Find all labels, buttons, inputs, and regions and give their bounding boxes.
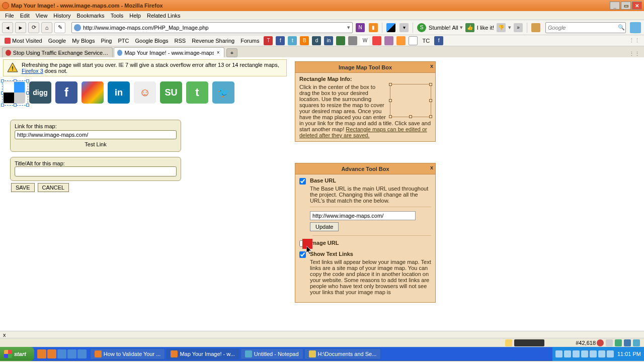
image-map-toolbox[interactable]: Image Map Tool Box x Rectangle Map Info:… bbox=[295, 61, 436, 142]
dropdown-icon[interactable]: ▾ bbox=[347, 24, 350, 31]
bm-icon-7[interactable] bbox=[348, 36, 357, 45]
thumbs-down-icon[interactable]: 👎 bbox=[497, 23, 506, 32]
tab-2-close[interactable]: × bbox=[216, 50, 221, 56]
bm-icon-w[interactable]: W bbox=[360, 36, 369, 45]
page-status-close[interactable]: x bbox=[3, 332, 6, 338]
colorpicker-button[interactable]: ✎ bbox=[54, 22, 65, 33]
save-button[interactable]: SAVE bbox=[11, 183, 35, 192]
ql-4[interactable] bbox=[67, 349, 76, 358]
stumble-all[interactable]: All bbox=[452, 25, 458, 31]
bm-icon-fb2[interactable]: f bbox=[434, 36, 443, 45]
bm-icon-1[interactable]: T bbox=[264, 36, 273, 45]
ql-3[interactable] bbox=[57, 349, 66, 358]
ql-5[interactable] bbox=[77, 349, 87, 358]
stumble-more-icon[interactable]: » bbox=[514, 23, 523, 32]
bm-icon-10[interactable] bbox=[396, 36, 406, 45]
menu-view[interactable]: View bbox=[33, 13, 51, 19]
status-icon-2[interactable] bbox=[514, 339, 544, 346]
ql-1[interactable] bbox=[37, 349, 46, 358]
status-icon-5[interactable] bbox=[615, 339, 622, 346]
maximize-button[interactable]: ▭ bbox=[621, 2, 631, 10]
tray-icon-7[interactable] bbox=[607, 350, 614, 357]
icon-twitter[interactable]: 🐦 bbox=[212, 81, 234, 104]
close-button[interactable]: ✕ bbox=[632, 2, 642, 10]
search-box[interactable]: 🔍 bbox=[545, 22, 626, 33]
menu-help[interactable]: Help bbox=[126, 13, 144, 19]
minimize-button[interactable]: _ bbox=[610, 2, 620, 10]
icon-buzz[interactable] bbox=[82, 81, 104, 104]
status-icon-1[interactable] bbox=[505, 339, 512, 346]
menu-related-links[interactable]: Related Links bbox=[144, 13, 184, 19]
icon-stumbleupon[interactable]: SU bbox=[160, 81, 182, 104]
tray-icon-1[interactable] bbox=[555, 350, 562, 357]
bookmark-my-blogs[interactable]: My Blogs bbox=[69, 37, 97, 44]
search-go-icon[interactable]: 🔍 bbox=[618, 24, 625, 31]
bm-icon-11[interactable] bbox=[409, 36, 418, 45]
thumbs-up-icon[interactable]: 👍 bbox=[465, 23, 474, 32]
menu-tools[interactable]: Tools bbox=[108, 13, 127, 19]
url-bar[interactable]: ▾ bbox=[71, 22, 353, 33]
link-input[interactable] bbox=[15, 130, 177, 139]
task-firefox-2[interactable]: Map Your Image! - w... bbox=[166, 348, 239, 359]
bookmark-ping[interactable]: Ping bbox=[98, 37, 114, 44]
bm-icon-9[interactable] bbox=[384, 36, 393, 45]
stumble-label[interactable]: Stumble! bbox=[429, 25, 450, 31]
bookmarks-overflow-icon[interactable]: ⋮⋮ bbox=[627, 37, 642, 44]
tab-1[interactable]: Stop Using Traffic Exchange Services | E… bbox=[2, 47, 113, 57]
menu-bookmarks[interactable]: Bookmarks bbox=[74, 13, 108, 19]
status-icon-3[interactable] bbox=[597, 339, 604, 346]
stumble-icon[interactable]: S bbox=[417, 23, 426, 32]
icon-reddit[interactable]: ☺ bbox=[134, 81, 156, 104]
forward-button[interactable]: ► bbox=[15, 22, 26, 33]
warning-link[interactable]: Firefox 3 bbox=[22, 68, 43, 74]
tray-icon-6[interactable] bbox=[598, 350, 605, 357]
update-button[interactable]: Update bbox=[310, 222, 339, 231]
bookmark-google-blogs[interactable]: Google Blogs bbox=[132, 37, 171, 44]
status-icon-7[interactable] bbox=[633, 339, 640, 346]
icon-digg[interactable]: digg bbox=[29, 81, 51, 104]
tray-icon-3[interactable] bbox=[573, 350, 580, 357]
tag-icon[interactable]: ▾ bbox=[399, 23, 409, 32]
bookmark-tc[interactable]: TC bbox=[420, 37, 432, 44]
bm-icon-gmaps[interactable] bbox=[372, 36, 381, 45]
reload-button[interactable]: ⟳ bbox=[28, 22, 39, 33]
new-tab-button[interactable]: + bbox=[226, 48, 237, 57]
start-button[interactable]: start bbox=[0, 347, 34, 361]
delicious-icon[interactable] bbox=[386, 23, 395, 32]
clock[interactable]: 11:01 PM bbox=[617, 351, 641, 357]
bm-icon-twitter[interactable]: t bbox=[288, 36, 297, 45]
bookmark-ptc[interactable]: PTC bbox=[115, 37, 131, 44]
task-firefox-1[interactable]: How to Validate Your ... bbox=[90, 348, 166, 359]
bookmark-google[interactable]: Google bbox=[46, 37, 68, 44]
bm-icon-5[interactable]: in bbox=[324, 36, 333, 45]
search-input[interactable] bbox=[548, 25, 618, 31]
feed-icon[interactable]: ▮ bbox=[369, 23, 378, 32]
icon-facebook[interactable]: f bbox=[55, 81, 77, 104]
tray-icon-2[interactable] bbox=[564, 350, 571, 357]
task-explorer[interactable]: H:\Documents and Se... bbox=[304, 348, 381, 359]
bookmark-revenue-sharing[interactable]: Revenue Sharing bbox=[189, 37, 237, 44]
advance-toolbox[interactable]: Advance Tool Box x Base URL The Base URL… bbox=[295, 163, 436, 303]
tray-icon-5[interactable] bbox=[590, 350, 597, 357]
home-button[interactable]: ⌂ bbox=[41, 22, 52, 33]
base-url-input[interactable] bbox=[310, 211, 416, 220]
title-input[interactable] bbox=[15, 166, 177, 176]
menu-edit[interactable]: Edit bbox=[17, 13, 33, 19]
task-notepad[interactable]: Untitled - Notepad bbox=[240, 348, 303, 359]
advance-header[interactable]: Advance Tool Box x bbox=[295, 163, 435, 174]
icon-linkedin[interactable]: in bbox=[108, 81, 130, 104]
onenote-icon[interactable]: N bbox=[356, 23, 365, 32]
bm-icon-6[interactable] bbox=[336, 36, 345, 45]
status-icon-6[interactable] bbox=[624, 339, 631, 346]
bm-icon-blogger[interactable]: B bbox=[300, 36, 309, 45]
tabs-overflow-icon[interactable]: ⋮⋮ bbox=[627, 51, 642, 57]
bm-icon-digg[interactable]: d bbox=[312, 36, 321, 45]
extension-icon-1[interactable] bbox=[531, 23, 540, 32]
status-icon-4[interactable] bbox=[606, 339, 613, 346]
advance-close[interactable]: x bbox=[430, 164, 433, 170]
extension-icon-2[interactable] bbox=[630, 22, 641, 33]
icon-technorati[interactable]: t bbox=[186, 81, 208, 104]
show-text-checkbox[interactable] bbox=[299, 251, 306, 258]
back-button[interactable]: ◄ bbox=[2, 22, 13, 33]
menu-file[interactable]: File bbox=[2, 13, 17, 19]
